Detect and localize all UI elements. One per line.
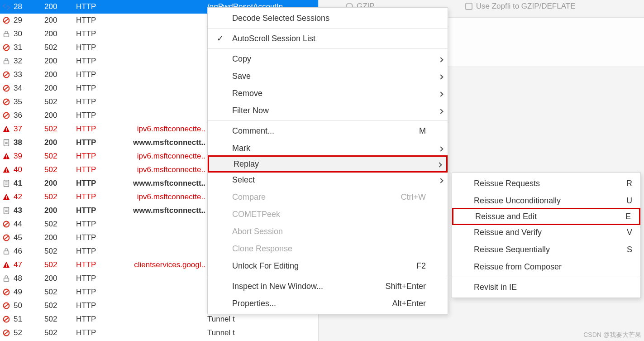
session-result: 200 [44, 179, 76, 188]
session-id: 47 [13, 260, 44, 269]
menu-item-properties[interactable]: Properties... Alt+Enter [208, 295, 448, 312]
session-protocol: HTTP [76, 260, 121, 269]
replay-submenu[interactable]: Reissue Requests R Reissue Unconditional… [452, 173, 641, 298]
session-protocol: HTTP [76, 43, 121, 52]
menu-label: Clone Response [232, 244, 375, 254]
menu-separator [208, 120, 448, 121]
menu-label: Inspect in New Window... [232, 282, 375, 291]
menu-label: Comment... [232, 126, 375, 136]
menu-item-decode-selected-sessions[interactable]: Decode Selected Sessions [208, 10, 448, 27]
watermark: CSDN @我要大芒果 [583, 331, 641, 339]
session-result: 502 [44, 125, 76, 134]
zopfli-checkbox[interactable]: Use Zopfli to GZIP/DEFLATE [465, 2, 576, 11]
submenu-item-reissue-and-verify[interactable]: Reissue and Verify V [452, 224, 640, 241]
svg-line-45 [5, 304, 9, 307]
submenu-accelerator: U [614, 196, 640, 206]
menu-item-save[interactable]: Save [208, 67, 448, 85]
session-result: 502 [44, 43, 76, 52]
svg-rect-23 [6, 171, 7, 172]
menu-label: Mark [232, 144, 375, 153]
submenu-item-reissue-unconditionally[interactable]: Reissue Unconditionally U [452, 192, 640, 209]
blocked-icon [0, 16, 13, 24]
submenu-arrow-icon [434, 106, 448, 115]
submenu-arrow-icon [434, 89, 448, 98]
session-protocol: HTTP [76, 301, 121, 310]
session-url: Tunnel t [207, 315, 318, 324]
session-id: 28 [13, 2, 44, 11]
session-id: 51 [13, 315, 44, 324]
warning-icon [0, 152, 13, 160]
blocked-icon [0, 43, 13, 52]
submenu-arrow-icon [434, 54, 448, 64]
submenu-item-reissue-and-edit[interactable]: Reissue and Edit E [452, 208, 640, 225]
session-protocol: HTTP [76, 206, 121, 215]
menu-item-copy[interactable]: Copy [208, 50, 448, 67]
menu-item-cometpeek: COMETPeek [208, 206, 448, 223]
menu-item-comment[interactable]: Comment... M [208, 122, 448, 139]
submenu-accelerator: V [614, 228, 640, 237]
menu-separator [208, 28, 448, 29]
svg-rect-21 [6, 158, 7, 158]
blocked-icon [0, 220, 13, 228]
session-protocol: HTTP [76, 70, 121, 79]
menu-item-remove[interactable]: Remove [208, 85, 448, 102]
svg-line-35 [5, 222, 9, 226]
session-result: 502 [44, 192, 76, 202]
session-row[interactable]: 51 502 HTTP Tunnel t [0, 312, 318, 326]
session-id: 46 [13, 247, 44, 256]
session-result: 200 [44, 57, 76, 66]
session-id: 35 [13, 97, 44, 106]
session-result: 200 [44, 16, 76, 25]
blocked-icon [0, 98, 13, 106]
menu-item-compare: Compare Ctrl+W [208, 188, 448, 206]
menu-item-replay[interactable]: Replay [208, 155, 448, 173]
menu-label: Save [232, 72, 375, 81]
session-protocol: HTTP [76, 247, 121, 256]
menu-label: Unlock For Editing [232, 261, 375, 271]
session-id: 45 [13, 233, 44, 242]
menu-item-abort-session: Abort Session [208, 223, 448, 240]
menu-item-select[interactable]: Select [208, 171, 448, 188]
context-menu[interactable]: Decode Selected Sessions ✓ AutoScroll Se… [207, 7, 448, 314]
menu-item-inspect-in-new-window[interactable]: Inspect in New Window... Shift+Enter [208, 278, 448, 295]
session-host: ipv6.msftconnectte.. [121, 152, 207, 161]
svg-rect-15 [6, 130, 7, 131]
session-protocol: HTTP [76, 315, 121, 324]
menu-item-unlock-for-editing[interactable]: Unlock For Editing F2 [208, 257, 448, 274]
session-result: 502 [44, 97, 76, 106]
menu-accelerator: Ctrl+W [375, 192, 434, 202]
session-protocol: HTTP [76, 125, 121, 134]
session-result: 200 [44, 70, 76, 79]
submenu-label: Reissue and Edit [475, 212, 613, 221]
session-result: 502 [44, 288, 76, 297]
session-id: 30 [13, 29, 44, 38]
back-forward-icon [0, 3, 13, 11]
session-host: www.msftconnectt.. [121, 179, 207, 188]
document-icon [0, 179, 13, 187]
submenu-item-reissue-from-composer[interactable]: Reissue from Composer [452, 258, 640, 275]
lock-icon [0, 30, 13, 38]
menu-separator [208, 276, 448, 276]
menu-item-filter-now[interactable]: Filter Now [208, 102, 448, 119]
session-row[interactable]: 52 502 HTTP Tunnel t [0, 326, 318, 340]
session-result: 502 [44, 301, 76, 310]
submenu-item-reissue-sequentially[interactable]: Reissue Sequentially S [452, 241, 640, 258]
submenu-label: Reissue Sequentially [474, 245, 614, 255]
menu-accelerator: Alt+Enter [375, 299, 434, 308]
svg-line-4 [5, 46, 9, 49]
svg-rect-30 [4, 207, 9, 214]
submenu-label: Reissue Requests [474, 179, 614, 188]
session-protocol: HTTP [76, 328, 121, 337]
session-id: 49 [13, 288, 44, 297]
session-protocol: HTTP [76, 179, 121, 188]
menu-label: Properties... [232, 299, 375, 308]
menu-item-autoscroll-session-list[interactable]: ✓ AutoScroll Session List [208, 30, 448, 47]
session-id: 50 [13, 301, 44, 310]
submenu-item-revisit-in-ie[interactable]: Revisit in IE [452, 279, 640, 296]
submenu-item-reissue-requests[interactable]: Reissue Requests R [452, 175, 640, 192]
session-result: 200 [44, 138, 76, 147]
session-protocol: HTTP [76, 138, 121, 147]
submenu-accelerator: S [614, 245, 640, 255]
warning-icon [0, 193, 13, 201]
menu-item-mark[interactable]: Mark [208, 139, 448, 157]
